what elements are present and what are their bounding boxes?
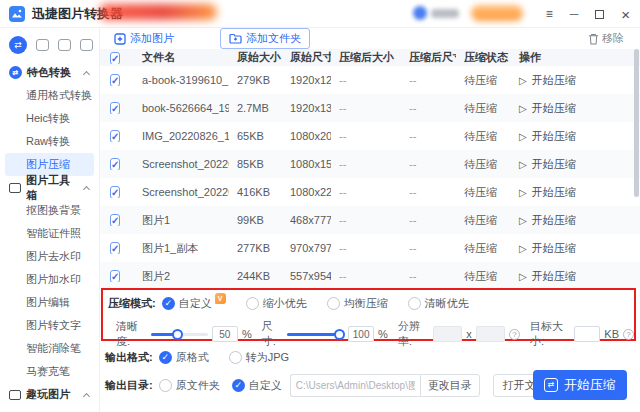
select-all-checkbox[interactable]: ✓ bbox=[110, 52, 120, 64]
radio-icon bbox=[327, 297, 340, 310]
row-checkbox[interactable]: ✓ bbox=[110, 186, 120, 198]
resolution-width-input[interactable] bbox=[433, 326, 462, 342]
status: 待压缩 bbox=[456, 269, 511, 284]
section-image-toolbox[interactable]: 图片工具箱 bbox=[0, 176, 99, 199]
after-size: -- bbox=[331, 270, 401, 282]
user-avatar[interactable] bbox=[413, 6, 427, 20]
size-value-input[interactable] bbox=[348, 326, 374, 342]
clarity-value-input[interactable] bbox=[212, 326, 238, 342]
orig-dims: 468x777 bbox=[282, 214, 331, 226]
orig-dims: 1080x1567 bbox=[282, 158, 331, 170]
sidebar-item-smart-eraser[interactable]: 智能消除笔 bbox=[0, 337, 99, 360]
clarity-slider[interactable] bbox=[151, 333, 208, 336]
output-path-input[interactable] bbox=[290, 374, 420, 397]
row-checkbox[interactable]: ✓ bbox=[110, 270, 120, 282]
mode-label: 均衡压缩 bbox=[344, 296, 388, 311]
row-start-compress-button[interactable]: ▷开始压缩 bbox=[511, 185, 640, 200]
convert-tab-icon[interactable]: ⇄ bbox=[9, 36, 27, 54]
row-start-compress-button[interactable]: ▷开始压缩 bbox=[511, 101, 640, 116]
row-start-compress-button[interactable]: ▷开始压缩 bbox=[511, 269, 640, 284]
sidebar-item-remove-watermark[interactable]: 图片去水印 bbox=[0, 245, 99, 268]
slider-fill bbox=[287, 333, 340, 336]
row-checkbox[interactable]: ✓ bbox=[110, 214, 120, 226]
toolbox-tab-icon[interactable] bbox=[36, 39, 49, 51]
add-image-button[interactable]: 添加图片 bbox=[114, 31, 174, 46]
section-fun-images[interactable]: 趣玩图片 bbox=[0, 383, 99, 406]
target-size-unit: KB bbox=[604, 328, 619, 340]
compression-mode-label: 压缩模式: bbox=[108, 296, 156, 311]
slider-knob[interactable] bbox=[172, 329, 183, 340]
resolution-height-input[interactable] bbox=[476, 326, 505, 342]
row-checkbox[interactable]: ✓ bbox=[110, 242, 120, 254]
sidebar-item-heic[interactable]: Heic转换 bbox=[0, 107, 99, 130]
mode-shrink-first[interactable]: 缩小优先 bbox=[246, 296, 307, 311]
sidebar-item-image-to-text[interactable]: 图片转文字 bbox=[0, 314, 99, 337]
after-size: -- bbox=[331, 242, 401, 254]
remove-button[interactable]: 移除 bbox=[588, 31, 624, 46]
row-start-compress-button[interactable]: ▷开始压缩 bbox=[511, 213, 640, 228]
slider-knob[interactable] bbox=[334, 329, 345, 340]
app-logo-icon bbox=[9, 6, 25, 22]
after-dims: -- bbox=[401, 186, 456, 198]
change-directory-button[interactable]: 更改目录 bbox=[420, 374, 480, 397]
menu-icon[interactable]: ≡ bbox=[546, 8, 553, 20]
row-checkbox[interactable]: ✓ bbox=[110, 102, 120, 114]
status: 待压缩 bbox=[456, 129, 511, 144]
target-size-help-icon[interactable]: ? bbox=[623, 329, 634, 340]
mode-custom[interactable]: ✓ 自定义 V bbox=[162, 296, 226, 311]
option-label: 转为JPG bbox=[246, 350, 289, 365]
format-original[interactable]: ✓ 原格式 bbox=[159, 350, 209, 365]
gallery-tab-icon[interactable] bbox=[58, 39, 71, 51]
close-icon[interactable]: × bbox=[621, 7, 630, 22]
col-orig-size: 原始大小 bbox=[229, 50, 282, 65]
col-after-size: 压缩后大小 bbox=[331, 50, 401, 65]
mode-label: 缩小优先 bbox=[263, 296, 307, 311]
mode-balanced[interactable]: 均衡压缩 bbox=[327, 296, 388, 311]
resolution-help-icon[interactable]: ? bbox=[509, 329, 520, 340]
row-start-compress-button[interactable]: ▷开始压缩 bbox=[511, 73, 640, 88]
sidebar-item-add-watermark[interactable]: 图片加水印 bbox=[0, 268, 99, 291]
size-slider[interactable] bbox=[287, 333, 344, 336]
col-filename: 文件名 bbox=[134, 50, 229, 65]
target-size-input[interactable] bbox=[574, 326, 600, 342]
sidebar-item-raw[interactable]: Raw转换 bbox=[0, 130, 99, 153]
sidebar-item-image-edit[interactable]: 图片编辑 bbox=[0, 291, 99, 314]
status: 待压缩 bbox=[456, 213, 511, 228]
add-image-label: 添加图片 bbox=[130, 31, 174, 46]
dir-custom[interactable]: ✓ 自定义 bbox=[232, 378, 282, 393]
main-content: 添加图片 添加文件夹 移除 ✓ 文件名 原始大小 原始尺寸 压缩后大小 压缩后尺… bbox=[100, 28, 640, 412]
after-dims: -- bbox=[401, 158, 456, 170]
row-checkbox[interactable]: ✓ bbox=[110, 158, 120, 170]
row-checkbox[interactable]: ✓ bbox=[110, 130, 120, 142]
sidebar-item-cutout[interactable]: 抠图换背景 bbox=[0, 199, 99, 222]
sidebar-item-id-photo[interactable]: 智能证件照 bbox=[0, 222, 99, 245]
section-featured-convert[interactable]: ⇄ 特色转换 bbox=[0, 61, 99, 84]
output-dir-label: 输出目录: bbox=[105, 378, 153, 393]
start-compress-button[interactable]: ⇄ 开始压缩 bbox=[533, 370, 627, 400]
vip-upgrade-button-redacted[interactable] bbox=[471, 5, 523, 21]
add-folder-button[interactable]: 添加文件夹 bbox=[220, 28, 310, 49]
sidebar-item-general-format[interactable]: 通用格式转换 bbox=[0, 84, 99, 107]
row-checkbox[interactable]: ✓ bbox=[110, 74, 120, 86]
col-status: 压缩状态 bbox=[456, 50, 511, 65]
section-label: 特色转换 bbox=[27, 65, 71, 80]
radio-icon bbox=[246, 297, 259, 310]
maximize-icon[interactable] bbox=[595, 10, 604, 19]
row-start-compress-button[interactable]: ▷开始压缩 bbox=[511, 157, 640, 172]
play-icon: ▷ bbox=[519, 159, 527, 170]
minimize-icon[interactable]: ─ bbox=[570, 8, 579, 20]
row-start-compress-button[interactable]: ▷开始压缩 bbox=[511, 129, 640, 144]
format-to-jpg[interactable]: 转为JPG bbox=[229, 350, 289, 365]
action-label: 开始压缩 bbox=[532, 73, 576, 88]
toolbox-icon bbox=[9, 183, 21, 193]
status: 待压缩 bbox=[456, 241, 511, 256]
mode-clarity-first[interactable]: 清晰优先 bbox=[408, 296, 469, 311]
dir-original-folder[interactable]: 原文件夹 bbox=[159, 378, 220, 393]
file-name: Screenshot_20220830_1... bbox=[134, 158, 229, 170]
chevron-up-icon bbox=[83, 186, 90, 193]
row-start-compress-button[interactable]: ▷开始压缩 bbox=[511, 241, 640, 256]
sidebar-item-mosaic-pen[interactable]: 马赛克笔 bbox=[0, 360, 99, 383]
copy-tab-icon[interactable] bbox=[80, 39, 93, 51]
orig-dims: 557x954 bbox=[282, 270, 331, 282]
table-scrollbar[interactable] bbox=[634, 49, 639, 197]
